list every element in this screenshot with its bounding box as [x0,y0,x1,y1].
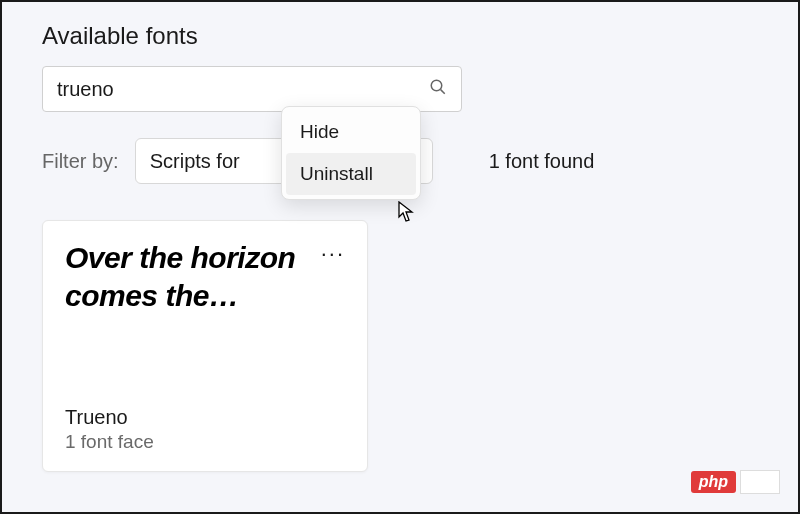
font-card[interactable]: Over the horizon comes the… ··· Trueno 1… [42,220,368,472]
search-icon [429,78,447,100]
font-face-count: 1 font face [65,431,345,453]
cursor-icon [398,201,416,227]
font-preview: Over the horizon comes the… [65,239,305,314]
watermark-box [740,470,780,494]
font-name: Trueno [65,406,345,429]
context-menu: Hide Uninstall [281,106,421,200]
svg-point-0 [431,80,442,91]
results-count: 1 font found [489,150,595,173]
filter-selected: Scripts for [150,150,240,173]
filter-label: Filter by: [42,150,119,173]
menu-item-uninstall[interactable]: Uninstall [286,153,416,195]
more-button[interactable]: ··· [321,243,345,265]
menu-item-hide[interactable]: Hide [286,111,416,153]
watermark-label: php [691,471,736,493]
watermark: php [691,470,780,494]
page-title: Available fonts [42,22,758,50]
svg-line-1 [441,90,445,94]
search-input[interactable] [57,78,429,101]
